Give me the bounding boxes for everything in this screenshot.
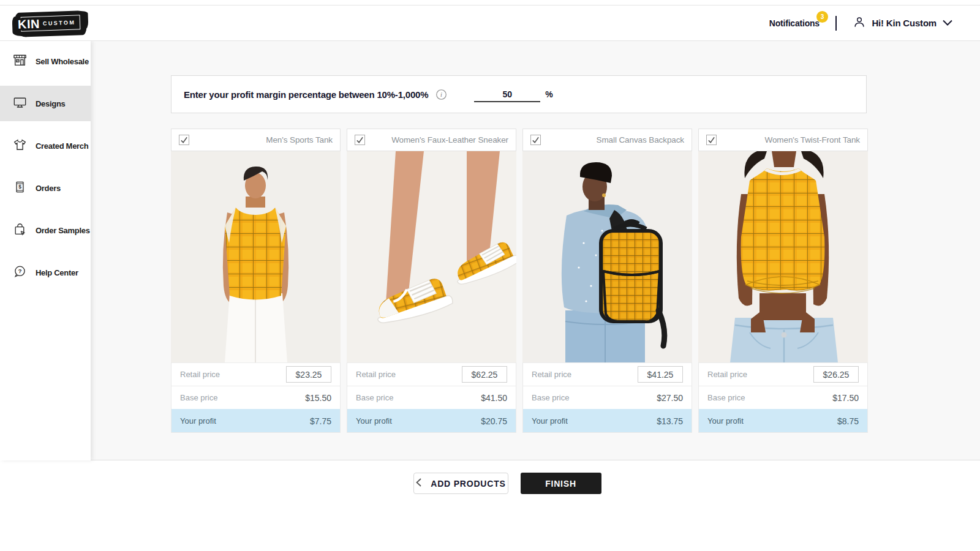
retail-price-input[interactable] bbox=[813, 366, 859, 383]
base-price-label: Base price bbox=[707, 393, 745, 402]
base-price-label: Base price bbox=[532, 393, 569, 402]
retail-price-input[interactable] bbox=[286, 366, 331, 383]
card-header: Men's Sports Tank bbox=[171, 129, 341, 151]
logo-text-kin: KIN bbox=[16, 17, 42, 30]
base-price-value: $17.50 bbox=[832, 393, 859, 403]
info-icon[interactable]: i bbox=[435, 89, 447, 100]
retail-price-row: Retail price bbox=[523, 362, 692, 386]
card-header: Women's Faux-Leather Sneaker bbox=[347, 129, 516, 151]
sidebar-item-label: Order Samples bbox=[36, 226, 90, 235]
retail-price-row: Retail price bbox=[347, 362, 516, 386]
svg-text:i: i bbox=[440, 91, 442, 98]
notifications-button[interactable]: Notifications 3 bbox=[769, 18, 820, 28]
profit-label: Your profit bbox=[180, 416, 216, 425]
person-icon bbox=[853, 15, 866, 31]
notification-count-badge: 3 bbox=[816, 11, 828, 23]
bag-cursor-icon bbox=[12, 222, 28, 239]
sidebar-item-help-center[interactable]: ? Help Center bbox=[0, 255, 91, 290]
product-checkbox[interactable] bbox=[179, 135, 189, 145]
product-card-canvas-backpack: Small Canvas Backpack bbox=[522, 129, 692, 433]
profit-margin-label: Enter your profit margin percentage betw… bbox=[184, 89, 428, 100]
tshirt-icon bbox=[12, 137, 28, 155]
notifications-label: Notifications bbox=[769, 18, 820, 28]
finish-label: FINISH bbox=[545, 479, 576, 489]
retail-price-row: Retail price bbox=[172, 362, 340, 386]
storefront-icon bbox=[12, 53, 28, 70]
profit-label: Your profit bbox=[707, 416, 744, 425]
base-price-value: $15.50 bbox=[305, 393, 331, 403]
product-card-mens-sports-tank: Men's Sports Tank bbox=[171, 129, 341, 433]
checkbox-check-icon bbox=[707, 136, 715, 144]
help-bubble-icon: ? bbox=[12, 264, 28, 282]
product-title: Women's Faux-Leather Sneaker bbox=[391, 135, 508, 144]
sidebar-item-label: Designs bbox=[36, 99, 65, 108]
sidebar-item-label: Created Merch bbox=[36, 141, 88, 151]
nav-divider bbox=[835, 16, 837, 31]
product-card-twist-front-tank: Women's Twist-Front Tank bbox=[698, 129, 868, 433]
sidebar-item-created-merch[interactable]: Created Merch bbox=[0, 128, 91, 163]
base-price-value: $27.50 bbox=[657, 393, 683, 403]
sidebar-item-designs[interactable]: Designs bbox=[0, 86, 91, 121]
profit-value: $13.75 bbox=[657, 416, 683, 426]
profit-value: $8.75 bbox=[837, 416, 859, 426]
add-products-label: ADD PRODUCTS bbox=[431, 479, 505, 489]
receipt-dollar-icon: $ bbox=[12, 179, 28, 197]
product-checkbox[interactable] bbox=[530, 135, 541, 145]
retail-price-input[interactable] bbox=[638, 366, 683, 383]
retail-price-input[interactable] bbox=[462, 366, 507, 383]
sidebar-item-orders[interactable]: $ Orders bbox=[0, 170, 91, 206]
base-price-label: Base price bbox=[356, 393, 393, 402]
profit-value: $20.75 bbox=[481, 416, 507, 426]
logo-frame: KIN CUSTOM bbox=[21, 15, 81, 31]
sidebar-item-label: Sell Wholesale bbox=[36, 57, 89, 66]
profit-margin-input[interactable] bbox=[474, 87, 540, 102]
sidebar: Sell Wholesale Designs Created Merch bbox=[0, 41, 91, 460]
retail-price-label: Retail price bbox=[356, 370, 396, 379]
top-nav-right: Notifications 3 Hi! Kin Custom bbox=[769, 15, 953, 31]
sidebar-item-label: Orders bbox=[36, 184, 61, 193]
base-price-value: $41.50 bbox=[481, 393, 507, 403]
retail-price-label: Retail price bbox=[532, 370, 571, 379]
retail-price-row: Retail price bbox=[699, 362, 867, 386]
checkbox-check-icon bbox=[180, 136, 188, 144]
product-title: Men's Sports Tank bbox=[266, 135, 333, 144]
checkbox-check-icon bbox=[356, 136, 364, 144]
product-cards: Men's Sports Tank bbox=[171, 129, 867, 433]
content-row: Sell Wholesale Designs Created Merch bbox=[0, 41, 980, 460]
card-header: Small Canvas Backpack bbox=[522, 129, 692, 151]
price-table: Retail price Base price $15.50 Your prof… bbox=[171, 362, 341, 433]
svg-text:$: $ bbox=[18, 184, 21, 190]
product-title: Small Canvas Backpack bbox=[597, 135, 684, 144]
main-content: Enter your profit margin percentage betw… bbox=[91, 41, 980, 460]
price-table: Retail price Base price $27.50 Your prof… bbox=[522, 362, 692, 433]
kin-custom-logo[interactable]: KIN CUSTOM bbox=[15, 12, 86, 35]
sidebar-item-sell-wholesale[interactable]: Sell Wholesale bbox=[0, 43, 91, 79]
profit-label: Your profit bbox=[532, 416, 568, 425]
greeting-text: Hi! Kin Custom bbox=[872, 18, 937, 28]
logo-badge: KIN CUSTOM bbox=[14, 10, 86, 36]
product-photo-canvas-backpack bbox=[522, 151, 692, 362]
product-photo-womens-sneaker bbox=[347, 151, 516, 362]
sidebar-item-order-samples[interactable]: Order Samples bbox=[0, 212, 91, 248]
product-checkbox[interactable] bbox=[355, 135, 365, 145]
profit-label: Your profit bbox=[356, 416, 392, 425]
chevron-left-icon bbox=[415, 478, 422, 489]
product-photo-twist-front-tank bbox=[698, 151, 868, 362]
finish-button[interactable]: FINISH bbox=[521, 473, 601, 494]
chevron-down-icon bbox=[942, 18, 953, 28]
account-menu[interactable]: Hi! Kin Custom bbox=[853, 15, 953, 31]
base-price-row: Base price $17.50 bbox=[699, 386, 867, 409]
base-price-label: Base price bbox=[180, 393, 217, 402]
profit-row: Your profit $20.75 bbox=[347, 409, 516, 432]
percent-sign: % bbox=[545, 89, 552, 99]
logo-text-custom: CUSTOM bbox=[43, 19, 76, 26]
footer-actions: ADD PRODUCTS FINISH bbox=[0, 473, 980, 494]
add-products-button[interactable]: ADD PRODUCTS bbox=[413, 473, 508, 494]
card-header: Women's Twist-Front Tank bbox=[698, 129, 868, 151]
top-bar: KIN CUSTOM Notifications 3 Hi! Kin Custo… bbox=[0, 5, 980, 41]
product-checkbox[interactable] bbox=[706, 135, 717, 145]
profit-row: Your profit $13.75 bbox=[523, 409, 692, 432]
base-price-row: Base price $27.50 bbox=[523, 386, 692, 409]
svg-text:?: ? bbox=[18, 268, 22, 274]
profit-margin-panel: Enter your profit margin percentage betw… bbox=[171, 75, 867, 113]
